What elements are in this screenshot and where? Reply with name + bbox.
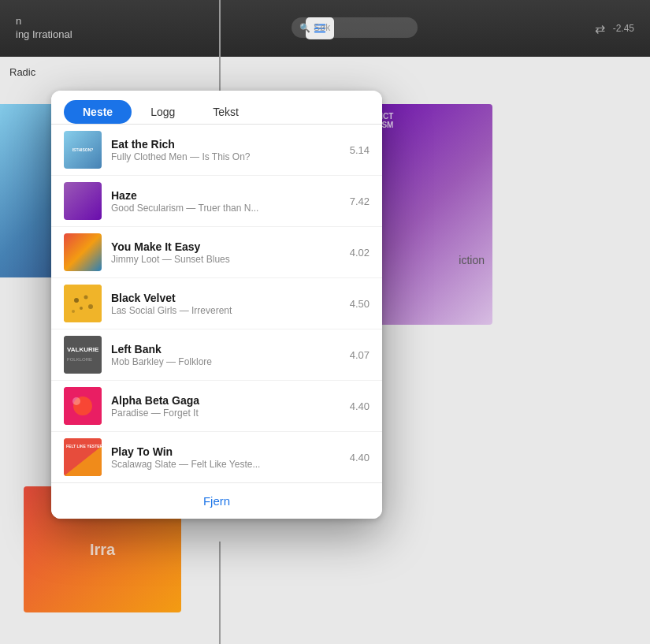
album-art-7: FELT LIKE YESTERDAY	[64, 438, 102, 476]
album-art-3	[64, 233, 102, 271]
song-title-6: Alpha Beta Gaga	[111, 394, 332, 407]
song-subtitle-2: Good Secularism — Truer than N...	[111, 203, 332, 214]
volume-display: -2.45	[613, 23, 634, 34]
shuffle-icon[interactable]: ⇄	[595, 21, 605, 36]
tab-tekst[interactable]: Tekst	[194, 100, 258, 124]
song-subtitle-4: Las Social Girls — Irreverent	[111, 305, 332, 316]
album-art-1	[64, 131, 102, 169]
song-duration-1: 5.14	[341, 144, 370, 156]
song-info-2: Haze Good Secularism — Truer than N...	[111, 189, 332, 214]
album-art-7-svg: FELT LIKE YESTERDAY	[64, 438, 102, 476]
search-bar[interactable]: 🔍 Søk	[292, 17, 418, 38]
song-info-3: You Make It Easy Jimmy Loot — Sunset Blu…	[111, 240, 332, 265]
song-title-2: Haze	[111, 189, 332, 202]
album-art-2	[64, 182, 102, 220]
svg-rect-3	[64, 285, 102, 322]
bg-bottom-text: Irra	[90, 541, 115, 559]
svg-rect-9	[64, 336, 102, 374]
list-item[interactable]: Alpha Beta Gaga Paradise — Forget It 4.4…	[51, 381, 382, 432]
song-info-1: Eat the Rich Fully Clothed Men — Is This…	[111, 138, 332, 162]
song-subtitle-1: Fully Clothed Men — Is This On?	[111, 151, 332, 162]
list-item[interactable]: Eat the Rich Fully Clothed Men — Is This…	[51, 125, 382, 176]
list-item[interactable]: VALKURIE FOLKLORE Left Bank Mob Barkley …	[51, 329, 382, 381]
album-art-6	[64, 387, 102, 425]
song-duration-2: 7.42	[341, 195, 370, 207]
song-subtitle-7: Scalawag Slate — Felt Like Yeste...	[111, 459, 332, 470]
svg-point-8	[72, 310, 75, 313]
song-duration-5: 4.07	[341, 349, 370, 361]
song-title-1: Eat the Rich	[111, 138, 332, 151]
search-placeholder: Søk	[314, 22, 330, 33]
album-art-5-svg: VALKURIE FOLKLORE	[64, 336, 102, 374]
song-info-6: Alpha Beta Gaga Paradise — Forget It	[111, 394, 332, 419]
svg-point-4	[74, 298, 79, 303]
song-title-4: Black Velvet	[111, 292, 332, 304]
album-art-4	[64, 285, 102, 322]
queue-panel: Neste Logg Tekst Eat the Rich Fully Clot…	[51, 91, 382, 519]
song-duration-6: 4.40	[341, 400, 370, 412]
album-art-6-svg	[64, 387, 102, 425]
song-duration-3: 4.02	[341, 247, 370, 259]
tab-neste[interactable]: Neste	[64, 100, 132, 124]
song-info-5: Left Bank Mob Barkley — Folklore	[111, 343, 332, 367]
svg-text:VALKURIE: VALKURIE	[67, 346, 99, 353]
svg-point-5	[84, 296, 88, 300]
svg-point-14	[72, 397, 80, 405]
tab-bar: Neste Logg Tekst	[51, 91, 382, 125]
svg-point-7	[88, 304, 93, 309]
song-duration-4: 4.50	[341, 298, 370, 310]
song-list: Eat the Rich Fully Clothed Men — Is This…	[51, 125, 382, 482]
list-item[interactable]: You Make It Easy Jimmy Loot — Sunset Blu…	[51, 227, 382, 278]
fjern-button[interactable]: Fjern	[51, 482, 382, 519]
svg-point-6	[80, 307, 83, 310]
song-subtitle-5: Mob Barkley — Folklore	[111, 356, 332, 367]
indicator-line-bottom	[219, 542, 221, 644]
song-title-3: You Make It Easy	[111, 240, 332, 253]
list-item[interactable]: FELT LIKE YESTERDAY Play To Win Scalawag…	[51, 432, 382, 482]
song-title-5: Left Bank	[111, 343, 332, 356]
song-info-7: Play To Win Scalawag Slate — Felt Like Y…	[111, 445, 332, 470]
song-duration-7: 4.40	[341, 452, 370, 463]
tab-logg[interactable]: Logg	[132, 100, 194, 124]
song-title-7: Play To Win	[111, 445, 332, 458]
now-playing-info: n ing Irrational	[16, 15, 72, 42]
song-subtitle-3: Jimmy Loot — Sunset Blues	[111, 254, 332, 265]
song-subtitle-6: Paradise — Forget It	[111, 408, 332, 419]
fiction-label: iction	[459, 254, 485, 266]
radio-label: Radic	[9, 66, 35, 78]
list-item[interactable]: Haze Good Secularism — Truer than N... 7…	[51, 176, 382, 227]
svg-text:FOLKLORE: FOLKLORE	[67, 357, 92, 362]
album-art-5: VALKURIE FOLKLORE	[64, 336, 102, 374]
svg-text:FELT LIKE YESTERDAY: FELT LIKE YESTERDAY	[66, 444, 102, 449]
app-topbar: n ing Irrational ⇄ -2.45 🔍 Søk	[0, 0, 650, 57]
list-item[interactable]: Black Velvet Las Social Girls — Irrevere…	[51, 278, 382, 329]
search-icon: 🔍	[299, 23, 310, 33]
album-art-dots	[64, 285, 102, 322]
playing-title: n	[16, 15, 72, 28]
indicator-line-top	[219, 0, 221, 102]
playing-subtitle: ing Irrational	[16, 28, 72, 42]
song-info-4: Black Velvet Las Social Girls — Irrevere…	[111, 292, 332, 316]
topbar-controls: ⇄ -2.45	[595, 21, 634, 36]
